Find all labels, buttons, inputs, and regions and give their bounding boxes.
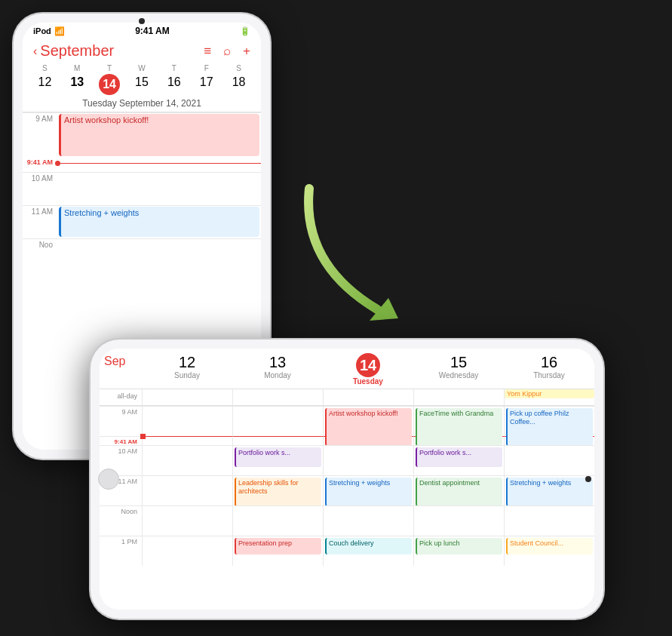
day-name-sun: Sunday xyxy=(143,371,231,379)
portfolio-work-mon[interactable]: Portfolio work s... xyxy=(235,447,321,467)
tl-sun-1pm xyxy=(142,536,232,566)
time-row-10am: 10 AM xyxy=(23,172,261,205)
tl-tue-10am xyxy=(323,445,413,475)
allday-mon xyxy=(232,389,323,405)
arrow-graphic xyxy=(287,174,437,340)
tl-mon-10am: Portfolio work s... xyxy=(232,445,323,475)
battery-icon: 🔋 xyxy=(240,26,250,36)
tl-wed-noon xyxy=(413,505,504,536)
portrait-camera xyxy=(139,18,145,24)
student-council-event[interactable]: Student Council... xyxy=(506,538,593,555)
pickup-coffee-event[interactable]: Pick up coffee Philz Coffee... xyxy=(506,408,593,446)
tl-thu-9am: Pick up coffee Philz Coffee... xyxy=(504,406,594,436)
day-col-thu[interactable]: T 16 xyxy=(158,64,190,95)
week-header-row: Sep 12 Sunday 13 Monday 14 Tuesday xyxy=(100,349,594,389)
day-col-sat[interactable]: S 18 xyxy=(222,64,255,95)
tl-thu-noon xyxy=(504,505,594,536)
presentation-prep-event[interactable]: Presentation prep xyxy=(235,538,321,555)
tl-941-spacer-1 xyxy=(142,436,232,445)
time-content-10am xyxy=(57,173,261,205)
leadership-skills-event[interactable]: Leadership skills for architects xyxy=(235,478,321,506)
day-name-tue: Tuesday xyxy=(324,377,412,386)
time-label-11am: 11 AM xyxy=(23,206,57,238)
week-day-row: S 12 M 13 T 14 W 15 T 16 F 17 xyxy=(23,63,261,97)
tl-thu-1pm: Student Council... xyxy=(504,536,594,566)
status-right: 🔋 xyxy=(240,26,250,36)
date-subtitle: Tuesday September 14, 2021 xyxy=(23,97,261,112)
day-col-fri[interactable]: F 17 xyxy=(190,64,222,95)
arrow-svg xyxy=(287,174,437,340)
time-label-9am: 9 AM xyxy=(23,113,57,157)
stretching-weights-event[interactable]: Stretching + weights xyxy=(59,207,259,237)
tl-tue-9am: Artist workshop kickoff! xyxy=(323,406,413,436)
calendar-header: ‹ September ≡ ⌕ + xyxy=(23,38,261,63)
search-icon[interactable]: ⌕ xyxy=(223,44,231,59)
facetime-grandma-event[interactable]: FaceTime with Grandma xyxy=(416,408,502,446)
landscape-screen: Sep 12 Sunday 13 Monday 14 Tuesday xyxy=(100,349,594,610)
day-col-sun[interactable]: S 12 xyxy=(29,64,61,95)
back-chevron-icon[interactable]: ‹ xyxy=(33,45,37,58)
day-col-tue[interactable]: T 14 xyxy=(94,64,126,95)
dentist-event[interactable]: Dentist appointment xyxy=(416,478,502,506)
wifi-icon: 📶 xyxy=(54,26,65,36)
time-label-10am: 10 AM xyxy=(23,173,57,205)
stretching-weights-thu[interactable]: Stretching + weights xyxy=(506,478,593,506)
col-header-sun[interactable]: 12 Sunday xyxy=(142,349,232,389)
col-header-mon[interactable]: 13 Monday xyxy=(232,349,323,389)
current-time-label: 9:41 AM xyxy=(23,157,57,172)
col-header-wed[interactable]: 15 Wednesday xyxy=(413,349,504,389)
day-col-mon[interactable]: M 13 xyxy=(61,64,94,95)
tl-wed-9am: FaceTime with Grandma xyxy=(413,406,504,436)
tl-thu-10am xyxy=(504,445,594,475)
artist-workshop-event[interactable]: Artist workshop kickoff! xyxy=(59,114,259,156)
ipod-landscape: Sep 12 Sunday 13 Monday 14 Tuesday xyxy=(91,340,603,619)
yom-kippur-event[interactable]: Yom Kippur xyxy=(505,389,594,398)
time-scroll-area[interactable]: 9 AM Artist workshop kickoff! FaceTime w… xyxy=(100,406,594,610)
month-navigation[interactable]: ‹ September xyxy=(33,42,114,60)
col-header-tue[interactable]: 14 Tuesday xyxy=(323,349,413,389)
time-content-9am: Artist workshop kickoff! xyxy=(57,113,261,157)
stretching-weights-tue[interactable]: Stretching + weights xyxy=(325,478,412,506)
list-view-icon[interactable]: ≡ xyxy=(204,44,211,59)
tl-wed-1pm: Pick up lunch xyxy=(413,536,504,566)
tl-tue-noon xyxy=(323,505,413,536)
allday-tue xyxy=(323,389,413,405)
status-left: iPod 📶 xyxy=(33,26,65,36)
tl-wed-11am: Dentist appointment xyxy=(413,475,504,505)
couch-delivery-event[interactable]: Couch delivery xyxy=(325,538,412,555)
allday-thu: Yom Kippur xyxy=(504,389,594,405)
date-num-16: 16 xyxy=(505,353,593,371)
artist-workshop-landscape[interactable]: Artist workshop kickoff! xyxy=(325,408,412,446)
month-title: September xyxy=(40,42,114,60)
day-name-mon: Monday xyxy=(234,371,321,379)
allday-label: all-day xyxy=(100,389,142,405)
allday-wed xyxy=(413,389,504,405)
tl-mon-noon xyxy=(232,505,323,536)
status-time: 9:41 AM xyxy=(135,26,170,36)
tl-sun-10am xyxy=(142,445,232,475)
landscape-time-grid: 9 AM Artist workshop kickoff! FaceTime w… xyxy=(100,406,594,566)
landscape-camera xyxy=(585,476,591,482)
tl-941-line-1 xyxy=(232,436,323,445)
col-header-thu[interactable]: 16 Thursday xyxy=(504,349,594,389)
time-row-11am: 11 AM Stretching + weights xyxy=(23,205,261,238)
landscape-month-label: Sep xyxy=(100,349,142,389)
allday-row: all-day Yom Kippur xyxy=(100,389,594,406)
current-time-line-area xyxy=(57,157,261,172)
tl-label-noon: Noon xyxy=(100,505,142,536)
tl-label-941: 9:41 AM xyxy=(100,436,142,445)
pickup-lunch-event[interactable]: Pick up lunch xyxy=(416,538,502,555)
tl-label-9am: 9 AM xyxy=(100,406,142,436)
header-actions: ≡ ⌕ + xyxy=(204,44,250,59)
day-col-wed[interactable]: W 15 xyxy=(126,64,158,95)
tl-tue-11am: Stretching + weights xyxy=(323,475,413,505)
week-calendar: Sep 12 Sunday 13 Monday 14 Tuesday xyxy=(100,349,594,610)
landscape-home-button[interactable] xyxy=(98,469,119,490)
allday-sun xyxy=(142,389,232,405)
time-grid-portrait[interactable]: 9 AM Artist workshop kickoff! 9:41 AM xyxy=(23,112,261,272)
tl-mon-11am: Leadership skills for architects xyxy=(232,475,323,505)
day-name-thu: Thursday xyxy=(505,371,593,379)
tl-label-1pm: 1 PM xyxy=(100,536,142,566)
add-event-icon[interactable]: + xyxy=(243,44,250,59)
portfolio-work-wed[interactable]: Portfolio work s... xyxy=(416,447,502,467)
